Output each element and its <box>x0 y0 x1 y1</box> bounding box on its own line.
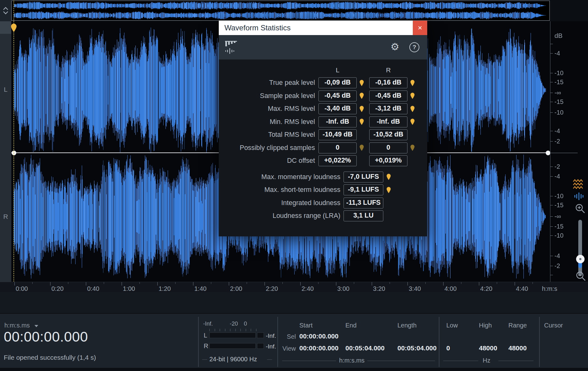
view-row-label: View <box>280 345 296 352</box>
db-tick <box>550 216 553 217</box>
loudness-value[interactable]: -11,3 LUFS <box>344 198 383 209</box>
vertical-zoom-slider-knob[interactable] <box>576 255 585 263</box>
timeline-tick-label: 3:20 <box>373 285 385 292</box>
db-tick <box>550 167 553 167</box>
stat-value-right[interactable]: -0,45 dB <box>369 90 407 101</box>
dialog-title-bar[interactable]: Waveform Statistics × <box>219 21 427 35</box>
stat-label: DC offset <box>219 157 315 165</box>
marker-pin-icon[interactable] <box>386 173 391 180</box>
stat-value-right[interactable]: -10,52 dB <box>369 129 407 140</box>
stat-value-left[interactable]: -Inf. dB <box>318 116 357 127</box>
overview-waveform[interactable] <box>12 1 549 20</box>
timeline-major-tick <box>193 282 193 286</box>
timeline-tick-label: 3:40 <box>409 285 421 292</box>
loudness-label: Integrated loudness <box>219 199 340 207</box>
heatmap-view-icon[interactable] <box>572 178 585 191</box>
loudness-value[interactable]: 3,1 LU <box>344 210 383 221</box>
gear-icon[interactable]: ⚙ <box>391 42 399 52</box>
playhead-marker-pin[interactable] <box>10 23 17 33</box>
db-tick-label: -10 <box>554 193 564 200</box>
timeline-minor-tick <box>68 282 68 284</box>
marker-pin-icon[interactable] <box>359 92 364 99</box>
marker-pin-icon[interactable] <box>410 118 415 125</box>
timeline-minor-tick <box>497 282 497 284</box>
stat-value-right[interactable]: -3,12 dB <box>369 103 407 114</box>
timeline-minor-tick <box>32 282 33 284</box>
divider-handle-right[interactable] <box>546 151 550 155</box>
db-tick-label: -2 <box>554 163 560 170</box>
loudness-value[interactable]: -7,0 LUFS <box>344 172 383 183</box>
db-tick-label: -15 <box>554 79 564 86</box>
time-format-selector[interactable]: h:m:s.ms <box>4 322 39 329</box>
stat-value-right[interactable]: +0,019% <box>369 155 407 166</box>
help-icon[interactable]: ? <box>409 42 419 52</box>
marker-pin-icon[interactable] <box>359 118 364 125</box>
meter-scale-tick <box>215 329 215 331</box>
playhead-line[interactable] <box>13 21 14 282</box>
freq-range-value[interactable]: 48000 <box>508 344 527 352</box>
selection-unit: h:m:s.ms <box>339 357 365 364</box>
waveform-view-icon[interactable] <box>574 192 585 200</box>
playhead-time-display[interactable]: 00:00:00.000 <box>4 329 88 345</box>
view-end-value[interactable]: 00:05:04.000 <box>345 344 385 352</box>
audio-format-display: 24-bit | 96000 Hz <box>209 356 257 363</box>
db-tick-label: -10 <box>554 70 564 77</box>
timeline-ruler[interactable]: 0:000:200:401:001:201:402:002:202:403:00… <box>0 282 588 292</box>
marker-pin-icon[interactable] <box>410 106 415 112</box>
view-length-value[interactable]: 00:05:04.000 <box>397 344 437 352</box>
db-tick-label: -4 <box>554 173 560 180</box>
vertical-zoom-out-icon[interactable] <box>575 271 587 282</box>
stat-value-right[interactable]: 0 <box>369 142 407 153</box>
marker-pin-icon[interactable] <box>410 80 415 86</box>
timeline-major-tick <box>14 282 15 286</box>
view-start-value[interactable]: 00:00:00.000 <box>299 344 339 352</box>
meter-scale-mid: -20 <box>230 321 238 327</box>
overview-playhead[interactable] <box>13 1 14 21</box>
stat-row: DC offset+0,022%+0,019% <box>219 154 427 167</box>
close-icon: × <box>418 23 422 32</box>
overview-visible-region[interactable] <box>11 1 550 21</box>
stat-value-left[interactable]: -3,40 dB <box>318 103 357 114</box>
freq-low-value[interactable]: 0 <box>446 344 450 352</box>
marker-lane-corner <box>0 21 11 34</box>
meter-scale-tick <box>256 329 256 331</box>
meter-scale-tick <box>235 329 236 331</box>
status-message: File opened successfully (1,4 s) <box>4 354 96 361</box>
marker-pin-icon[interactable] <box>359 144 364 151</box>
stat-label: True peak level <box>219 79 315 87</box>
stat-row: Sample peak level-0,45 dB-0,45 dB <box>219 90 427 103</box>
selection-start-value[interactable]: 00:00:00.000 <box>299 332 339 340</box>
stat-value-left[interactable]: -0,45 dB <box>318 90 357 101</box>
db-tick <box>550 53 553 54</box>
stat-value-right[interactable]: -0,16 dB <box>369 77 407 88</box>
timeline-tick-label: 2:40 <box>302 285 314 292</box>
marker-pin-icon[interactable] <box>410 92 415 99</box>
vertical-zoom-in-icon[interactable] <box>575 203 586 215</box>
histogram-view-icon[interactable] <box>224 40 238 54</box>
db-tick <box>550 73 553 73</box>
stat-value-left[interactable]: +0,022% <box>318 155 357 166</box>
selection-col-start: Start <box>299 322 312 329</box>
overview-collapse-button[interactable] <box>0 0 11 21</box>
stat-value-left[interactable]: 0 <box>318 142 357 153</box>
timeline-tick-label: 3:00 <box>337 285 349 292</box>
stat-value-left[interactable]: -10,49 dB <box>318 129 357 140</box>
timeline-major-tick <box>336 282 336 286</box>
stat-value-left[interactable]: -0,09 dB <box>318 77 357 88</box>
dialog-title: Waveform Statistics <box>224 21 291 35</box>
close-button[interactable]: × <box>413 21 427 35</box>
freq-high-value[interactable]: 48000 <box>479 344 497 352</box>
meter-scale-tick <box>246 329 246 331</box>
rx-audio-editor-window: L R dB -4-10-15-∞-15-10-4-2-2-4-10-15-∞-… <box>0 0 588 371</box>
channel-gutter <box>0 21 11 282</box>
marker-pin-icon[interactable] <box>386 187 391 193</box>
loudness-value[interactable]: -9,1 LUFS <box>344 184 383 195</box>
marker-pin-icon[interactable] <box>359 106 364 112</box>
marker-pin-icon[interactable] <box>359 80 364 86</box>
stat-value-right[interactable]: -Inf. dB <box>369 116 407 127</box>
stat-label: Total RMS level <box>219 131 315 139</box>
marker-pin-icon[interactable] <box>410 144 415 151</box>
db-tick-label: -4 <box>554 50 560 57</box>
meter-scale-tick <box>240 329 241 331</box>
meter-bar-right <box>209 343 256 349</box>
